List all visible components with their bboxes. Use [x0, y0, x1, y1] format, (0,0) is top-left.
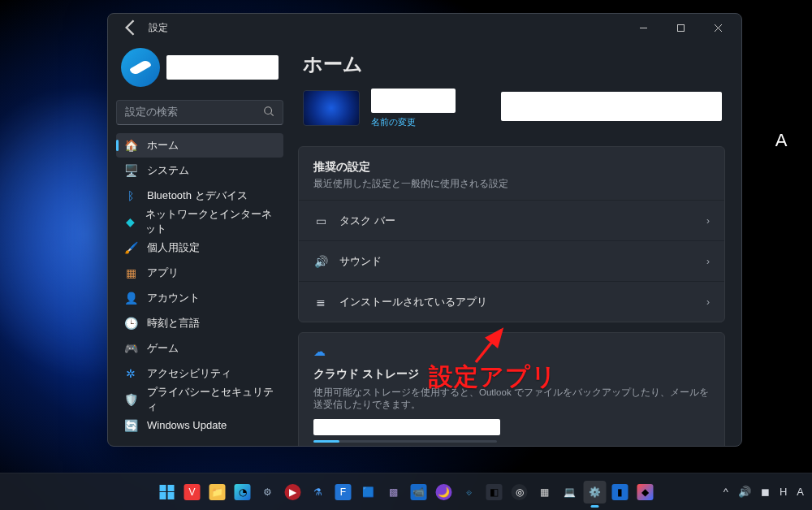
start-button[interactable] — [156, 481, 179, 504]
settings-window: 設定 🏠ホーム🖥️システムᛒBluetooth とデバイス◆ネットワークとインタ… — [107, 13, 742, 447]
nav-network[interactable]: ◆ネットワークとインターネット — [116, 209, 283, 235]
taskbar-app-8[interactable]: F — [332, 481, 355, 504]
nav-privacy[interactable]: 🛡️プライバシーとセキュリティ — [116, 387, 283, 413]
cloud-title: クラウド ストレージ — [313, 367, 710, 382]
chevron-right-icon: › — [706, 256, 710, 267]
svg-point-1 — [265, 107, 272, 115]
avatar — [121, 48, 160, 87]
titlebar: 設定 — [108, 14, 741, 41]
nav-item-label: ゲーム — [147, 341, 179, 356]
chevron-right-icon: › — [706, 296, 710, 308]
nav-accounts[interactable]: 👤アカウント — [116, 286, 283, 310]
taskbar-app-4[interactable]: ◔ — [231, 481, 254, 504]
rename-link[interactable]: 名前の変更 — [371, 116, 456, 128]
tray-ime-icon[interactable]: H — [780, 486, 787, 498]
search-icon — [263, 106, 274, 119]
taskbar-app-12[interactable]: 🌙 — [433, 481, 456, 504]
nav-item-label: アプリ — [147, 266, 179, 280]
nav-home[interactable]: 🏠ホーム — [116, 133, 283, 158]
device-thumbnail — [303, 90, 360, 126]
nav-bluetooth[interactable]: ᛒBluetooth とデバイス — [116, 184, 283, 208]
close-button[interactable] — [699, 15, 736, 40]
nav-item-label: アクセシビリティ — [147, 366, 231, 381]
minimize-button[interactable] — [624, 15, 662, 40]
cloud-icon: ☁ — [313, 344, 710, 359]
setting-row-label: タスク バー — [339, 214, 695, 228]
nav-item-label: プライバシーとセキュリティ — [147, 385, 275, 414]
taskbar-app-16[interactable]: ▦ — [533, 481, 556, 504]
search-input[interactable] — [125, 106, 263, 118]
taskbar-app-11[interactable]: 📹 — [408, 481, 430, 504]
taskbar-app-14[interactable]: ◧ — [483, 481, 506, 504]
nav-personalization[interactable]: 🖌️個人用設定 — [116, 236, 283, 260]
taskbar-app-vscode[interactable]: ⟐ — [458, 481, 481, 504]
device-name-redacted — [371, 89, 456, 113]
nav-item-label: Windows Update — [147, 419, 227, 431]
taskbar-app-15[interactable]: ◎ — [508, 481, 531, 504]
taskbar-app-19[interactable]: ▮ — [609, 481, 632, 504]
recommended-title: 推奨の設定 — [313, 160, 710, 175]
nav-item-label: ホーム — [147, 138, 179, 153]
taskbar-app-explorer[interactable]: 📁 — [206, 481, 229, 504]
tray-volume-icon[interactable]: 🔊 — [738, 486, 751, 498]
system-tray[interactable]: ^ 🔊 ◼ H A — [723, 486, 804, 498]
taskbar-app-9[interactable]: 🟦 — [357, 481, 380, 504]
profile-name-redacted — [166, 55, 279, 80]
nav-bluetooth-icon: ᛒ — [124, 189, 137, 202]
nav-item-label: Bluetooth とデバイス — [147, 188, 248, 203]
taskbar-app-10[interactable]: ▩ — [382, 481, 405, 504]
nav-item-label: 時刻と言語 — [147, 316, 200, 331]
recommended-subtitle: 最近使用した設定と一般的に使用される設定 — [313, 178, 710, 190]
rec-sound-icon: 🔊 — [313, 255, 328, 268]
taskbar-app-vivaldi[interactable]: V — [181, 481, 204, 504]
nav-apps[interactable]: ▦アプリ — [116, 261, 283, 285]
recommended-card: 推奨の設定 最近使用した設定と一般的に使用される設定 ▭タスク バー›🔊サウンド… — [298, 146, 725, 322]
device-row: 名前の変更 — [298, 89, 725, 128]
nav-list: 🏠ホーム🖥️システムᛒBluetooth とデバイス◆ネットワークとインターネッ… — [116, 133, 283, 438]
nav-privacy-icon: 🛡️ — [124, 393, 137, 406]
back-button[interactable] — [119, 16, 142, 39]
nav-system[interactable]: 🖥️システム — [116, 158, 283, 183]
cloud-value-redacted — [313, 419, 500, 435]
window-title: 設定 — [149, 21, 168, 35]
cloud-description: 使用可能なストレージを使用すると、Outlook でファイルをバックアップしたり… — [313, 387, 710, 411]
chevron-right-icon: › — [706, 215, 710, 227]
rec-installed-apps-icon: ≣ — [313, 296, 328, 309]
page-title: ホーム — [303, 51, 725, 77]
nav-personalization-icon: 🖌️ — [124, 241, 137, 254]
setting-row-label: サウンド — [339, 254, 695, 269]
rec-taskbar[interactable]: ▭タスク バー› — [299, 200, 724, 240]
tray-network-icon[interactable]: ◼ — [761, 486, 770, 498]
letter-a-icon: A — [765, 130, 797, 151]
nav-gaming[interactable]: 🎮ゲーム — [116, 336, 283, 361]
nav-update-icon: 🔄 — [124, 419, 137, 432]
taskbar-app-7[interactable]: ⚗ — [307, 481, 330, 504]
nav-item-label: ネットワークとインターネット — [145, 207, 275, 236]
cloud-storage-card: ☁ クラウド ストレージ 使用可能なストレージを使用すると、Outlook でフ… — [298, 332, 725, 446]
taskbar-app-6[interactable]: ▶ — [282, 481, 304, 504]
account-block-redacted — [501, 92, 722, 121]
nav-update[interactable]: 🔄Windows Update — [116, 413, 283, 438]
cloud-progress-bar — [313, 440, 497, 443]
tray-chevron-icon[interactable]: ^ — [723, 486, 728, 498]
taskbar-app-settings[interactable]: ⚙️ — [584, 481, 607, 504]
rec-installed-apps[interactable]: ≣インストールされているアプリ› — [299, 281, 724, 322]
taskbar-app-5[interactable]: ⚙ — [257, 481, 279, 504]
rec-taskbar-icon: ▭ — [313, 214, 328, 227]
profile-section[interactable] — [116, 45, 283, 95]
rec-sound[interactable]: 🔊サウンド› — [299, 240, 724, 281]
tray-input-icon[interactable]: A — [797, 486, 804, 498]
nav-accessibility[interactable]: ✲アクセシビリティ — [116, 361, 283, 386]
nav-accessibility-icon: ✲ — [124, 367, 137, 380]
nav-time-language[interactable]: 🕒時刻と言語 — [116, 311, 283, 335]
maximize-button[interactable] — [662, 15, 699, 40]
search-box[interactable] — [116, 100, 283, 125]
taskbar-app-20[interactable]: ◆ — [634, 481, 657, 504]
sidebar: 🏠ホーム🖥️システムᛒBluetooth とデバイス◆ネットワークとインターネッ… — [108, 41, 292, 446]
nav-home-icon: 🏠 — [124, 139, 137, 152]
nav-gaming-icon: 🎮 — [124, 342, 137, 355]
nav-item-label: アカウント — [147, 291, 200, 305]
desktop-shortcut[interactable]: A — [765, 130, 797, 151]
taskbar-app-17[interactable]: 💻 — [559, 481, 581, 504]
main-content: ホーム 名前の変更 推奨の設定 最近使用した設定と一般的に使用される設定 ▭タス… — [292, 41, 741, 446]
